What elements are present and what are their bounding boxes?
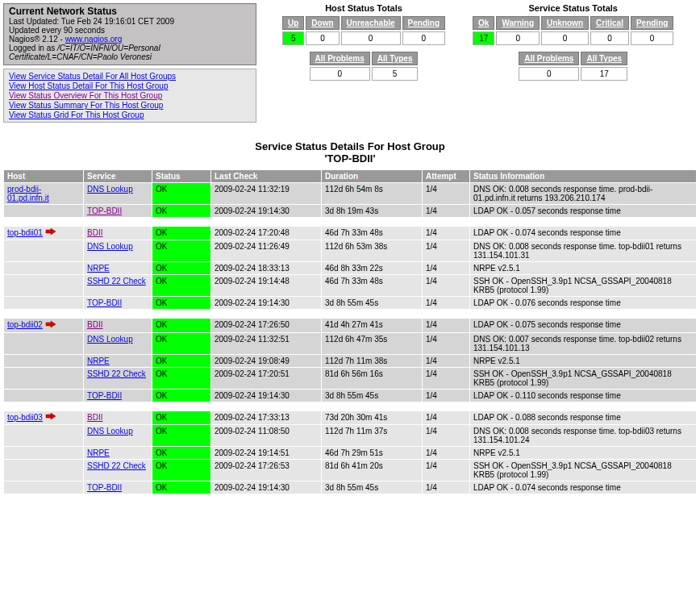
- attempt-cell: 1/4: [423, 355, 469, 367]
- last-check-cell: 2009-02-24 18:33:13: [211, 262, 321, 274]
- totals-header[interactable]: Warning: [496, 16, 540, 30]
- totals-value: 0: [541, 31, 589, 45]
- service-link[interactable]: TOP-BDII: [87, 206, 122, 215]
- host-link[interactable]: top-bdii01: [7, 228, 43, 237]
- service-link[interactable]: NRPE: [87, 356, 110, 365]
- totals-header[interactable]: Critical: [590, 16, 629, 30]
- service-link[interactable]: DNS Lookup: [87, 427, 133, 436]
- report-link[interactable]: View Host Status Detail For This Host Gr…: [9, 81, 169, 90]
- totals-value: 0: [590, 31, 629, 45]
- column-header[interactable]: Service ↑↓: [84, 170, 152, 182]
- column-header[interactable]: Duration ↑↓: [322, 170, 422, 182]
- service-link[interactable]: NRPE: [87, 264, 110, 273]
- sort-desc-icon[interactable]: ↓: [364, 173, 368, 181]
- status-cell: OK: [152, 333, 210, 354]
- attempt-cell: 1/4: [423, 368, 469, 389]
- report-link[interactable]: View Status Summary For This Host Group: [9, 101, 163, 110]
- attempt-cell: 1/4: [423, 333, 469, 354]
- column-header[interactable]: Host ↑↓: [4, 170, 83, 182]
- totals-header[interactable]: Unreachable: [341, 16, 401, 30]
- sort-desc-icon[interactable]: ↓: [186, 173, 190, 181]
- attempt-cell: 1/4: [423, 240, 469, 261]
- service-link[interactable]: TOP-BDII: [87, 391, 122, 400]
- column-header[interactable]: Attempt ↑↓: [423, 170, 469, 182]
- totals-header[interactable]: All Problems: [519, 52, 579, 65]
- totals-header[interactable]: Up: [282, 16, 304, 30]
- host-link[interactable]: top-bdii03: [7, 413, 43, 422]
- service-status-totals: Service Status Totals OkWarningUnknownCr…: [471, 3, 675, 82]
- column-header[interactable]: Last Check ↑↓: [211, 170, 321, 182]
- table-row: TOP-BDIIOK2009-02-24 19:14:303d 8h 19m 4…: [4, 205, 696, 217]
- sort-desc-icon[interactable]: ↓: [264, 173, 268, 181]
- table-row: DNS LookupOK2009-02-24 11:32:51112d 6h 4…: [4, 333, 696, 354]
- duration-cell: 3d 8h 55m 45s: [322, 390, 422, 402]
- sort-desc-icon[interactable]: ↓: [122, 173, 126, 181]
- service-link[interactable]: DNS Lookup: [87, 335, 133, 344]
- service-link[interactable]: NRPE: [87, 448, 110, 457]
- table-row: TOP-BDIIOK2009-02-24 19:14:303d 8h 55m 4…: [4, 297, 696, 309]
- report-link[interactable]: View Status Grid For This Host Group: [9, 110, 144, 119]
- service-link[interactable]: SSHD 22 Check: [87, 461, 146, 470]
- table-row: top-bdii02 BDIIOK2009-02-24 17:26:5041d …: [4, 319, 696, 331]
- info-cell: LDAP OK - 0.075 seconds response time: [470, 319, 696, 331]
- report-link[interactable]: View Status Overview For This Host Group: [9, 91, 162, 100]
- service-link[interactable]: SSHD 22 Check: [87, 369, 146, 378]
- service-link[interactable]: BDII: [87, 320, 102, 329]
- info-cell: DNS OK: 0.008 seconds response time. pro…: [470, 183, 696, 204]
- duration-cell: 46d 8h 33m 22s: [322, 262, 422, 274]
- service-link[interactable]: BDII: [87, 228, 102, 237]
- duration-cell: 46d 7h 29m 51s: [322, 447, 422, 459]
- last-check-cell: 2009-02-24 17:20:51: [211, 368, 321, 389]
- nagios-link[interactable]: www.nagios.org: [65, 35, 123, 44]
- last-check-cell: 2009-02-24 19:14:30: [211, 297, 321, 309]
- column-header[interactable]: Status Information: [470, 170, 696, 182]
- duration-cell: 81d 6h 56m 16s: [322, 368, 422, 389]
- column-header[interactable]: Status ↑↓: [152, 170, 210, 182]
- service-link[interactable]: TOP-BDII: [87, 483, 122, 492]
- attempt-cell: 1/4: [423, 411, 469, 424]
- totals-header[interactable]: Down: [306, 16, 339, 30]
- report-links-box: View Service Status Detail For All Host …: [3, 69, 256, 123]
- duration-cell: 3d 8h 19m 43s: [322, 205, 422, 217]
- sort-desc-icon[interactable]: ↓: [31, 173, 35, 181]
- table-row: NRPEOK2009-02-24 19:14:5146d 7h 29m 51s1…: [4, 447, 696, 459]
- status-cell: OK: [152, 205, 210, 217]
- last-check-cell: 2009-02-24 11:32:51: [211, 333, 321, 354]
- status-cell: OK: [152, 240, 210, 261]
- service-link[interactable]: SSHD 22 Check: [87, 277, 146, 286]
- info-cell: SSH OK - OpenSSH_3.9p1 NCSA_GSSAPI_20040…: [470, 275, 696, 296]
- totals-header[interactable]: All Types: [372, 52, 419, 65]
- totals-header[interactable]: Ok: [473, 16, 494, 30]
- host-status-totals: Host Status Totals UpDownUnreachablePend…: [281, 3, 447, 82]
- report-link[interactable]: View Service Status Detail For All Host …: [9, 72, 176, 81]
- duration-cell: 112d 7h 11m 38s: [322, 355, 422, 367]
- duration-cell: 3d 8h 55m 45s: [322, 297, 422, 309]
- status-cell: OK: [152, 460, 210, 481]
- totals-header[interactable]: Pending: [631, 16, 673, 30]
- status-cell: OK: [152, 297, 210, 309]
- host-link[interactable]: top-bdii02: [7, 320, 43, 329]
- attempt-cell: 1/4: [423, 227, 469, 240]
- totals-value: 0: [402, 31, 445, 45]
- host-link[interactable]: prod-bdii-01.pd.infn.it: [7, 185, 49, 202]
- totals-header[interactable]: All Types: [581, 52, 627, 65]
- totals-header[interactable]: All Problems: [310, 52, 370, 65]
- service-link[interactable]: TOP-BDII: [87, 298, 122, 307]
- service-link[interactable]: BDII: [87, 413, 102, 422]
- totals-value: 5: [282, 31, 304, 45]
- last-updated: Last Updated: Tue Feb 24 19:16:01 CET 20…: [9, 17, 251, 26]
- info-cell: NRPE v2.5.1: [470, 355, 696, 367]
- last-check-cell: 2009-02-24 19:08:49: [211, 355, 321, 367]
- service-link[interactable]: DNS Lookup: [87, 242, 133, 251]
- duration-cell: 73d 20h 30m 41s: [322, 411, 422, 424]
- sort-desc-icon[interactable]: ↓: [462, 173, 466, 181]
- service-status-table: Host ↑↓Service ↑↓Status ↑↓Last Check ↑↓D…: [3, 169, 697, 494]
- passive-check-icon: [45, 228, 56, 238]
- service-link[interactable]: DNS Lookup: [87, 185, 133, 194]
- service-summary-table: All ProblemsAll Types017: [517, 50, 629, 82]
- info-cell: DNS OK: 0.007 seconds response time. top…: [470, 333, 696, 354]
- totals-header[interactable]: Unknown: [541, 16, 589, 30]
- info-cell: SSH OK - OpenSSH_3.9p1 NCSA_GSSAPI_20040…: [470, 460, 696, 481]
- status-cell: OK: [152, 262, 210, 274]
- totals-header[interactable]: Pending: [402, 16, 445, 30]
